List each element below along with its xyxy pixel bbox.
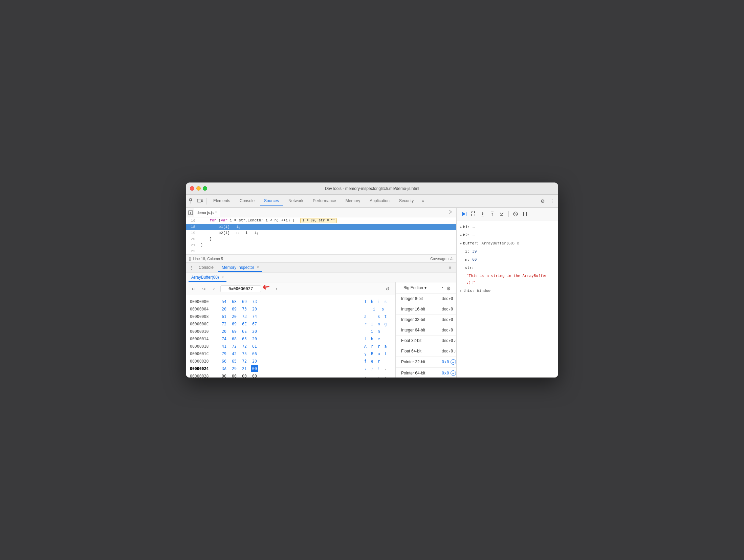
panel-nav-icon[interactable]	[187, 209, 194, 216]
hex-byte-5-2[interactable]: 65	[241, 336, 248, 342]
hex-byte-6-0[interactable]: 41	[220, 343, 228, 350]
inspector-settings-icon[interactable]: ⚙	[440, 285, 451, 291]
inspector-format-int8[interactable]: dec ▾	[442, 296, 451, 301]
hex-byte-0-2[interactable]: 69	[241, 298, 248, 305]
hex-byte-4-2[interactable]: 6E	[241, 328, 248, 335]
memory-inspector-tab-close[interactable]: ×	[257, 265, 259, 269]
hex-byte-3-0[interactable]: 72	[220, 321, 228, 327]
hex-byte-0-0[interactable]: 54	[220, 298, 228, 305]
hex-byte-9-2[interactable]: 21	[241, 365, 248, 372]
hex-byte-7-3[interactable]: 66	[251, 350, 258, 357]
hex-byte-3-1[interactable]: 69	[231, 321, 238, 327]
hex-byte-1-2[interactable]: 73	[241, 306, 248, 313]
hex-byte-8-0[interactable]: 66	[220, 358, 228, 365]
hex-byte-5-1[interactable]: 68	[231, 336, 238, 342]
tab-memory[interactable]: Memory	[342, 197, 364, 206]
step-into-button[interactable]	[479, 210, 487, 218]
prev-page-button[interactable]: ‹	[210, 285, 218, 293]
open-in-memory-inspector-icon[interactable]: ⊞	[517, 240, 519, 247]
hex-byte-2-1[interactable]: 20	[231, 313, 238, 320]
maximize-button[interactable]	[203, 186, 207, 191]
scope-item-b1[interactable]: ▶ b1: …	[460, 223, 555, 231]
tabs-overflow-button[interactable]: »	[419, 197, 427, 205]
inspector-format-float32[interactable]: dec ▾	[442, 338, 451, 343]
tab-performance[interactable]: Performance	[309, 197, 340, 206]
hex-byte-8-2[interactable]: 72	[241, 358, 248, 365]
source-panel-end-icon[interactable]	[446, 209, 455, 216]
ptr64-navigate-icon[interactable]: →	[451, 370, 456, 376]
hex-byte-10-3[interactable]: 00	[251, 373, 258, 378]
hex-byte-8-1[interactable]: 65	[231, 358, 238, 365]
hex-byte-0-3[interactable]: 73	[251, 298, 258, 305]
minimize-button[interactable]	[196, 186, 201, 191]
hex-byte-10-2[interactable]: 00	[241, 373, 248, 378]
pause-button[interactable]	[521, 210, 529, 218]
arraybuffer-tab[interactable]: ArrayBuffer(60) ×	[189, 274, 226, 282]
file-tab-close-button[interactable]: ×	[215, 211, 217, 214]
resume-button[interactable]	[460, 210, 468, 218]
ptr32-navigate-icon[interactable]: →	[451, 359, 456, 365]
hex-byte-1-3[interactable]: 20	[251, 306, 258, 313]
hex-byte-4-0[interactable]: 20	[220, 328, 228, 335]
device-toggle-icon[interactable]	[197, 198, 203, 204]
tab-elements[interactable]: Elements	[209, 197, 234, 206]
hex-byte-7-1[interactable]: 42	[231, 350, 238, 357]
refresh-button[interactable]: ↺	[384, 285, 391, 293]
hex-byte-5-0[interactable]: 74	[220, 336, 228, 342]
close-button[interactable]	[190, 186, 194, 191]
scope-item-buffer[interactable]: ▶ buffer: ArrayBuffer(60) ⊞	[460, 239, 555, 247]
bottom-panel-close-button[interactable]: ×	[446, 264, 454, 272]
hex-byte-4-1[interactable]: 69	[231, 328, 238, 335]
hex-byte-4-3[interactable]: 20	[251, 328, 258, 335]
scope-item-b2[interactable]: ▶ b2: …	[460, 231, 555, 239]
hex-byte-10-1[interactable]: 00	[231, 373, 238, 378]
hex-byte-3-3[interactable]: 67	[251, 321, 258, 327]
hex-byte-0-1[interactable]: 68	[231, 298, 238, 305]
tab-application[interactable]: Application	[366, 197, 394, 206]
hex-byte-1-0[interactable]: 20	[220, 306, 228, 313]
hex-address-input[interactable]	[220, 285, 261, 292]
next-page-button[interactable]: ›	[273, 285, 280, 293]
hex-byte-10-0[interactable]: 00	[220, 373, 228, 378]
hex-byte-7-0[interactable]: 79	[220, 350, 228, 357]
inspector-format-float64[interactable]: dec ▾	[442, 349, 451, 353]
hex-byte-5-3[interactable]: 20	[251, 336, 258, 342]
hex-byte-9-3-selected[interactable]: 00	[251, 365, 258, 372]
hex-byte-7-2[interactable]: 75	[241, 350, 248, 357]
tab-memory-inspector[interactable]: Memory Inspector ×	[218, 264, 262, 272]
deactivate-breakpoints-button[interactable]	[511, 210, 520, 218]
inspector-format-int64[interactable]: dec ▾	[442, 328, 451, 332]
inspector-format-int32[interactable]: dec ▾	[442, 317, 451, 322]
settings-gear-icon[interactable]: ⚙	[539, 198, 546, 204]
inspector-value-ptr32[interactable]: 0x0 →	[442, 359, 456, 365]
hex-byte-9-1[interactable]: 29	[231, 365, 238, 372]
hex-byte-6-1[interactable]: 72	[231, 343, 238, 350]
arraybuffer-tab-close[interactable]: ×	[222, 275, 224, 279]
more-options-icon[interactable]: ⋮	[549, 198, 555, 204]
hex-byte-9-0[interactable]: 3A	[220, 365, 228, 372]
hex-byte-2-2[interactable]: 73	[241, 313, 248, 320]
tab-network[interactable]: Network	[284, 197, 307, 206]
hex-byte-6-3[interactable]: 61	[251, 343, 258, 350]
tab-console-bottom[interactable]: Console	[195, 264, 217, 272]
history-back-button[interactable]: ↩	[190, 285, 197, 293]
hex-byte-6-2[interactable]: 72	[241, 343, 248, 350]
hex-byte-3-2[interactable]: 6E	[241, 321, 248, 327]
step-button[interactable]	[498, 210, 506, 218]
history-forward-button[interactable]: ↪	[200, 285, 207, 293]
inspector-format-int16[interactable]: dec ▾	[442, 307, 451, 311]
step-over-button[interactable]	[469, 210, 477, 218]
inspector-value-ptr64[interactable]: 0x0 →	[442, 370, 456, 376]
tab-sources[interactable]: Sources	[260, 197, 283, 206]
hex-byte-8-3[interactable]: 20	[251, 358, 258, 365]
bottom-panel-menu-icon[interactable]: ⋮	[189, 265, 194, 271]
inspect-element-icon[interactable]	[189, 198, 195, 204]
hex-byte-2-0[interactable]: 61	[220, 313, 228, 320]
step-out-button[interactable]	[488, 210, 496, 218]
hex-byte-2-3[interactable]: 74	[251, 313, 258, 320]
scope-item-this[interactable]: ▶ this: Window	[460, 287, 555, 295]
file-tab-demo-js[interactable]: demo-js.js ×	[194, 208, 220, 217]
hex-byte-1-1[interactable]: 69	[231, 306, 238, 313]
endian-selector[interactable]: Big Endian ▾	[401, 284, 429, 291]
tab-security[interactable]: Security	[395, 197, 418, 206]
